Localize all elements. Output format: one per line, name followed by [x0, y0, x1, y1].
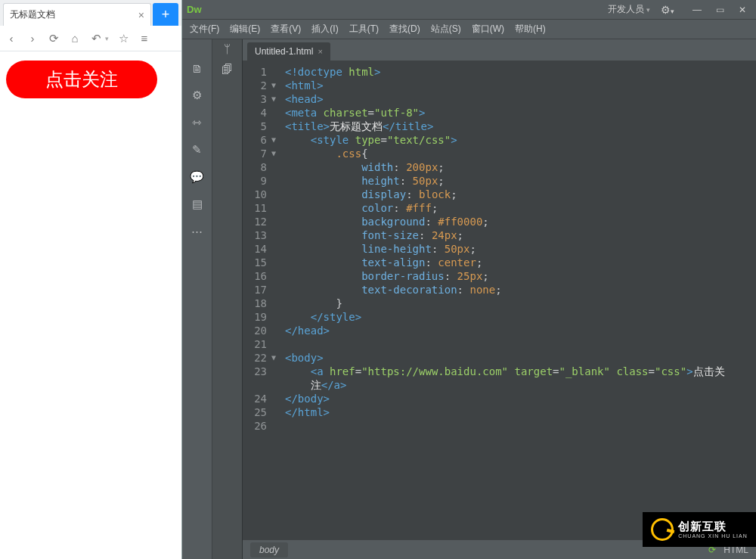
maximize-button[interactable]: ▭	[711, 3, 729, 17]
watermark-logo: 创新互联 CHUANG XIN HU LIAN	[643, 512, 756, 547]
title-bar: Dw 开发人员 ⚙▾ — ▭ ✕	[182, 0, 756, 20]
code-content[interactable]: <!doctype html><html><head><meta charset…	[280, 64, 756, 539]
more-icon[interactable]: ⋯	[191, 225, 203, 238]
menu-item[interactable]: 站点(S)	[431, 23, 461, 36]
menu-item[interactable]: 插入(I)	[311, 23, 338, 36]
menu-item[interactable]: 窗口(W)	[472, 23, 504, 36]
back-icon[interactable]: ‹	[5, 32, 18, 45]
document-icon[interactable]: 🗐	[222, 63, 233, 76]
close-icon[interactable]: ×	[318, 47, 322, 56]
menu-item[interactable]: 编辑(E)	[230, 23, 260, 36]
gear-icon[interactable]: ⚙▾	[661, 4, 674, 16]
undo-icon[interactable]: ↶	[89, 32, 103, 45]
browser-toolbar: ‹ › ⟳ ⌂ ↶▾ ☆ ≡	[0, 26, 181, 51]
menu-item[interactable]: 查找(D)	[389, 23, 420, 36]
dropdown-icon[interactable]: ▾	[105, 35, 109, 42]
home-icon[interactable]: ⌂	[68, 32, 82, 45]
dreamweaver-panel: Dw 开发人员 ⚙▾ — ▭ ✕ 文件(F)编辑(E)查看(V)插入(I)工具(…	[182, 0, 756, 559]
menu-icon[interactable]: ≡	[138, 32, 151, 45]
reload-icon[interactable]: ⟳	[47, 32, 60, 45]
watermark-subtext: CHUANG XIN HU LIAN	[678, 533, 748, 539]
menu-item[interactable]: 帮助(H)	[515, 23, 546, 36]
wand-icon[interactable]: ✎	[192, 143, 202, 157]
app-logo: Dw	[187, 4, 202, 15]
file-tab[interactable]: Untitled-1.html ×	[247, 42, 330, 61]
menu-bar: 文件(F)编辑(E)查看(V)插入(I)工具(T)查找(D)站点(S)窗口(W)…	[182, 20, 756, 39]
settings-icon[interactable]: ⚙	[192, 89, 202, 102]
expand-icon[interactable]: ⇿	[192, 116, 202, 129]
tree-icon[interactable]: ᛘ	[224, 42, 231, 55]
watermark-text: 创新互联	[678, 520, 748, 532]
minimize-button[interactable]: —	[688, 3, 706, 17]
browser-tab[interactable]: 无标题文档 ×	[3, 3, 151, 26]
file-tab-label: Untitled-1.html	[255, 46, 313, 57]
file-panel-rail: ᛘ 🗐	[212, 39, 243, 559]
menu-item[interactable]: 工具(T)	[349, 23, 379, 36]
preview-body: 点击关注	[0, 51, 181, 559]
close-icon[interactable]: ×	[138, 9, 144, 21]
line-gutter: 1 2▼3▼4 5 6▼7▼8 9 10 11 12 13 14 15 16 1…	[243, 64, 280, 539]
panel-icon[interactable]: ▤	[192, 197, 203, 211]
close-button[interactable]: ✕	[733, 3, 751, 17]
menu-item[interactable]: 查看(V)	[271, 23, 301, 36]
browser-tab-title: 无标题文档	[10, 8, 55, 21]
star-icon[interactable]: ☆	[116, 32, 130, 45]
vertical-toolbar: 🗎 ⚙ ⇿ ✎ 💬 ▤ ⋯	[182, 39, 212, 559]
new-tab-button[interactable]: +	[153, 3, 178, 26]
workspace-dropdown[interactable]: 开发人员	[603, 2, 655, 17]
file-tab-row: Untitled-1.html ×	[243, 39, 756, 61]
browser-preview: 无标题文档 × + ‹ › ⟳ ⌂ ↶▾ ☆ ≡ 点击关注	[0, 0, 182, 559]
editor-area: Untitled-1.html × 1 2▼3▼4 5 6▼7▼8 9 10 1…	[243, 39, 756, 559]
forward-icon[interactable]: ›	[26, 32, 39, 45]
status-selector[interactable]: body	[250, 542, 288, 557]
browser-tab-row: 无标题文档 × +	[0, 0, 181, 26]
menu-item[interactable]: 文件(F)	[190, 23, 219, 36]
preview-link-button[interactable]: 点击关注	[6, 61, 157, 98]
code-editor[interactable]: 1 2▼3▼4 5 6▼7▼8 9 10 11 12 13 14 15 16 1…	[243, 61, 756, 539]
file-icon[interactable]: 🗎	[191, 62, 203, 75]
watermark-icon	[651, 518, 674, 541]
comment-icon[interactable]: 💬	[190, 170, 204, 184]
